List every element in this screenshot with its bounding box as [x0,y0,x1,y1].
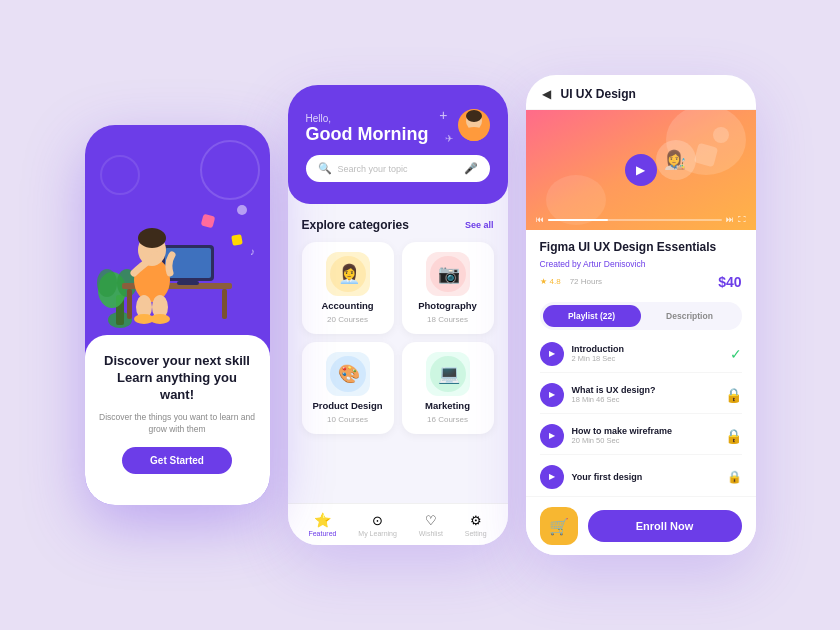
my-learning-icon: ⊙ [372,513,383,528]
play-button[interactable]: ▶ [625,154,657,186]
nav-setting[interactable]: ⚙ Setting [465,513,487,537]
playlist-text-4: Your first design [572,472,719,482]
playlist-dur-3: 20 Min 50 Sec [572,436,717,445]
course-tabs: Playlist (22) Description [540,302,742,330]
playlist-item-2[interactable]: ▶ What is UX design? 18 Min 46 Sec 🔒 [540,377,742,414]
category-card-marketing[interactable]: 💻 Marketing 16 Courses [402,342,494,434]
svg-point-20 [237,205,247,215]
screen1-onboarding: ♪ Discover your next skill Learn anythin… [85,125,270,505]
screen1-title: Discover your next skill Learn anything … [99,353,256,404]
playlist-play-2[interactable]: ▶ [540,383,564,407]
playlist-item-1[interactable]: ▶ Introduction 2 Min 18 Sec ✓ [540,336,742,373]
search-placeholder: Search your topic [338,164,458,174]
svg-text:💻: 💻 [438,363,461,385]
my-learning-label: My Learning [358,530,397,537]
play-icon-2: ▶ [549,390,555,399]
wishlist-icon: ♡ [425,513,437,528]
svg-rect-6 [127,289,132,319]
video-ctrl-next[interactable]: ⏭ [726,215,734,224]
playlist-dur-2: 18 Min 46 Sec [572,395,717,404]
nav-wishlist[interactable]: ♡ Wishlist [419,513,443,537]
category-card-accounting[interactable]: 👩‍💼 Accounting 20 Courses [302,242,394,334]
screen1-bottom: Discover your next skill Learn anything … [85,335,270,505]
status-icon-2: 🔒 [725,387,742,403]
playlist-name-3: How to make wireframe [572,426,717,436]
creator-name[interactable]: Artur Denisovich [583,259,645,269]
rating-value: 4.8 [550,277,561,286]
section-header: Explore categories See all [302,218,494,232]
playlist-play-4[interactable]: ▶ [540,465,564,489]
playlist-text-1: Introduction 2 Min 18 Sec [572,344,722,363]
course-creator: Created by Artur Denisovich [540,259,742,269]
product-design-count: 10 Courses [327,415,368,424]
svg-rect-7 [222,289,227,319]
screen3-header: ◀ UI UX Design [526,75,756,110]
nav-my-learning[interactable]: ⊙ My Learning [358,513,397,537]
playlist-play-3[interactable]: ▶ [540,424,564,448]
play-icon-4: ▶ [549,472,555,481]
playlist-item-4[interactable]: ▶ Your first design 🔒 [540,459,742,495]
illustration-svg: ♪ [92,135,262,335]
photography-icon: 📷 [426,252,470,296]
enroll-now-button[interactable]: Enroll Now [588,510,742,542]
product-design-name: Product Design [312,400,382,411]
creator-label: Created by [540,259,582,269]
screen1-illustration-area: ♪ [85,125,270,335]
svg-text:♪: ♪ [250,246,255,257]
screens-container: ♪ Discover your next skill Learn anythin… [65,55,776,575]
video-ctrl-fullscreen[interactable]: ⛶ [738,215,746,224]
product-design-icon: 🎨 [326,352,370,396]
category-card-photography[interactable]: 📷 Photography 18 Courses [402,242,494,334]
screen2-header: Hello, Good Morning + ✈ 🔍 Search your to… [288,85,508,204]
mic-icon[interactable]: 🎤 [464,162,478,175]
category-card-product-design[interactable]: 🎨 Product Design 10 Courses [302,342,394,434]
get-started-button[interactable]: Get Started [122,447,232,474]
see-all-link[interactable]: See all [465,220,494,230]
avatar[interactable] [458,109,490,141]
marketing-count: 16 Courses [427,415,468,424]
course-hours: 72 Hours [570,277,602,286]
svg-text:📷: 📷 [438,263,461,285]
playlist-list: ▶ Introduction 2 Min 18 Sec ✓ ▶ What is … [526,336,756,496]
section-title: Explore categories [302,218,409,232]
course-info: Figma UI UX Design Essentials Created by… [526,230,756,296]
screen3-course-detail: ◀ UI UX Design 👩‍🎨 [526,75,756,555]
plus-icon: + [439,107,447,123]
video-progress-bar[interactable] [548,219,722,221]
accounting-count: 20 Courses [327,315,368,324]
screen1-subtitle: Discover the things you want to learn an… [99,412,256,436]
photography-name: Photography [418,300,477,311]
star-icon: ★ [540,277,547,286]
course-footer: 🛒 Enroll Now [526,496,756,555]
svg-rect-19 [231,234,243,246]
plane-icon: ✈ [445,133,453,144]
tab-description[interactable]: Description [641,305,739,327]
video-progress-fill [548,219,609,221]
svg-text:👩‍💼: 👩‍💼 [338,263,361,285]
search-bar[interactable]: 🔍 Search your topic 🎤 [306,155,490,182]
video-overlay: ▶ [526,110,756,230]
search-icon: 🔍 [318,162,332,175]
playlist-dur-1: 2 Min 18 Sec [572,354,722,363]
playlist-play-1[interactable]: ▶ [540,342,564,366]
playlist-item-3[interactable]: ▶ How to make wireframe 20 Min 50 Sec 🔒 [540,418,742,455]
video-player[interactable]: 👩‍🎨 ▶ ⏮ ⏭ ⛶ [526,110,756,230]
play-icon-1: ▶ [549,349,555,358]
status-icon-1: ✓ [730,346,742,362]
featured-label: Featured [308,530,336,537]
nav-featured[interactable]: ⭐ Featured [308,512,336,537]
back-button[interactable]: ◀ [542,87,551,101]
course-rating: ★ 4.8 72 Hours [540,277,603,286]
featured-icon: ⭐ [314,512,331,528]
cart-button[interactable]: 🛒 [540,507,578,545]
accounting-icon: 👩‍💼 [326,252,370,296]
accounting-name: Accounting [321,300,373,311]
marketing-icon: 💻 [426,352,470,396]
tab-playlist[interactable]: Playlist (22) [543,305,641,327]
playlist-name-2: What is UX design? [572,385,717,395]
video-ctrl-prev[interactable]: ⏮ [536,215,544,224]
screen3-header-title: UI UX Design [561,87,636,101]
playlist-name-4: Your first design [572,472,719,482]
svg-rect-18 [201,214,216,229]
screen2-body: Explore categories See all 👩‍💼 Accountin… [288,204,508,503]
